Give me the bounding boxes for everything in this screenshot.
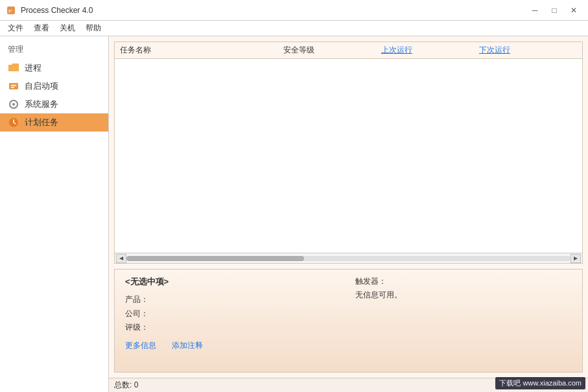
menu-help[interactable]: 帮助 (80, 21, 106, 35)
svg-text:P: P (8, 8, 12, 14)
more-info-link[interactable]: 更多信息 (125, 340, 156, 351)
detail-content: <无选中项> 产品： 公司： 评级： 更多信息 添加注释 触发器： 无信息可用。 (115, 270, 582, 372)
service-icon (8, 98, 19, 110)
svg-rect-4 (11, 87, 14, 88)
sidebar-item-services[interactable]: 系统服务 (0, 95, 108, 113)
folder-icon (8, 62, 19, 74)
close-button[interactable]: ✕ (565, 3, 583, 17)
sidebar: 管理 进程 自启动项 (0, 36, 109, 392)
menu-shutdown[interactable]: 关机 (54, 21, 80, 35)
svg-point-6 (12, 103, 15, 106)
add-note-link[interactable]: 添加注释 (172, 340, 203, 351)
horizontal-scrollbar[interactable]: ◀ ▶ (115, 253, 582, 263)
detail-links: 更多信息 添加注释 (125, 340, 342, 351)
status-text: 总数: 0 (114, 380, 138, 391)
task-table: 任务名称 安全等级 上次运行 下次运行 ◀ ▶ (114, 41, 583, 264)
scroll-thumb[interactable] (126, 256, 304, 261)
minimize-button[interactable]: ─ (526, 3, 544, 17)
scroll-track[interactable] (126, 256, 570, 261)
main-layout: 管理 进程 自启动项 (0, 36, 588, 392)
detail-panel: <无选中项> 产品： 公司： 评级： 更多信息 添加注释 触发器： 无信息可用。 (114, 269, 583, 373)
col-header-last: 上次运行 (381, 45, 479, 56)
window-controls: ─ □ ✕ (526, 3, 583, 17)
sidebar-label-tasks: 计划任务 (25, 117, 58, 128)
detail-product: 产品： (125, 293, 342, 307)
svg-rect-2 (9, 83, 18, 89)
app-icon: P (5, 5, 17, 16)
sidebar-label-startup: 自启动项 (25, 80, 58, 92)
sidebar-label-services: 系统服务 (25, 98, 58, 110)
detail-left: <无选中项> 产品： 公司： 评级： 更多信息 添加注释 (125, 276, 342, 365)
detail-trigger-content: 无信息可用。 (355, 290, 572, 301)
detail-trigger-title: 触发器： (355, 276, 572, 287)
detail-rating: 评级： (125, 321, 342, 335)
sidebar-section-title: 管理 (0, 41, 108, 59)
menu-file[interactable]: 文件 (3, 21, 29, 35)
title-bar: P Process Checker 4.0 ─ □ ✕ (0, 0, 588, 21)
scroll-right-arrow[interactable]: ▶ (570, 254, 581, 263)
col-header-next: 下次运行 (479, 45, 577, 56)
maximize-button[interactable]: □ (545, 3, 563, 17)
menu-bar: 文件 查看 关机 帮助 (0, 21, 588, 36)
scroll-left-arrow[interactable]: ◀ (116, 254, 126, 263)
task-icon (8, 117, 19, 128)
svg-rect-3 (11, 85, 16, 86)
table-body[interactable] (115, 59, 582, 253)
startup-icon (8, 80, 19, 92)
col-header-task: 任务名称 (120, 45, 283, 56)
sidebar-item-startup[interactable]: 自启动项 (0, 77, 108, 95)
watermark: 下载吧 www.xiazaiba.com (495, 377, 585, 389)
sidebar-label-processes: 进程 (25, 62, 41, 74)
detail-company: 公司： (125, 307, 342, 321)
sidebar-item-tasks[interactable]: 计划任务 (0, 113, 108, 132)
detail-right: 触发器： 无信息可用。 (355, 276, 572, 365)
col-header-security: 安全等级 (283, 45, 381, 56)
sidebar-item-processes[interactable]: 进程 (0, 59, 108, 77)
content-area: 任务名称 安全等级 上次运行 下次运行 ◀ ▶ (109, 36, 588, 392)
detail-title: <无选中项> (125, 276, 342, 288)
table-header: 任务名称 安全等级 上次运行 下次运行 (115, 42, 582, 59)
menu-view[interactable]: 查看 (29, 21, 54, 35)
window-title: Process Checker 4.0 (21, 6, 526, 15)
